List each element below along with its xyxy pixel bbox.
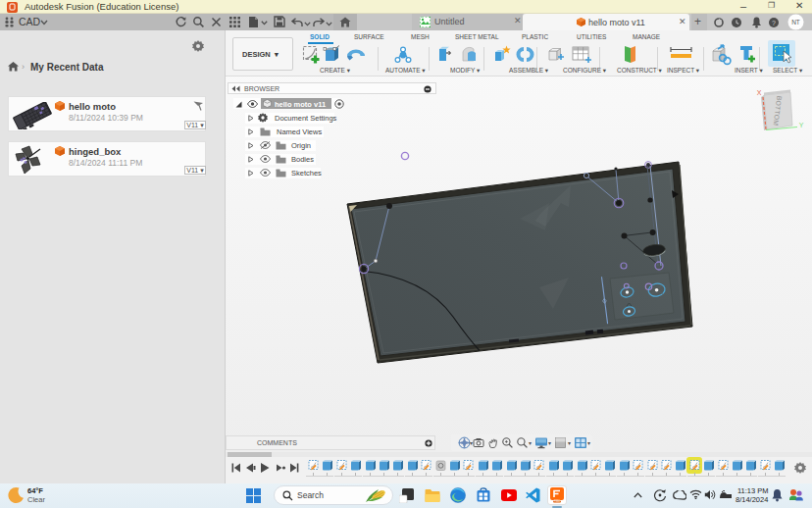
svg-text:F360: F360 — [554, 499, 560, 503]
svg-text:Y: Y — [799, 122, 804, 128]
svg-text:NT: NT — [791, 19, 800, 25]
svg-text:X: X — [757, 89, 762, 96]
svg-text:?: ? — [772, 20, 776, 26]
